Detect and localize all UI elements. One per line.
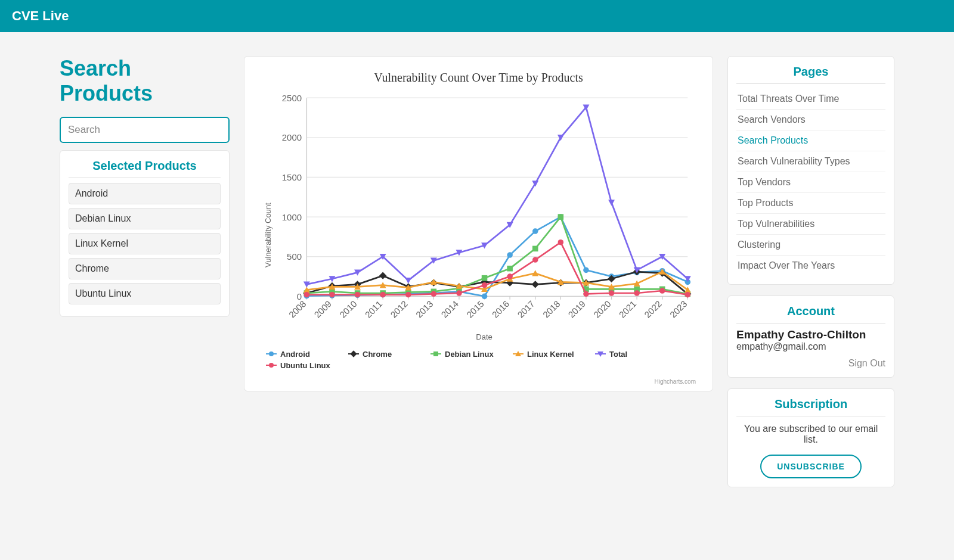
selected-product-item[interactable]: Debian Linux [69,208,221,229]
selected-product-item[interactable]: Android [69,183,221,204]
svg-text:2500: 2500 [282,93,302,103]
svg-point-129 [380,292,386,298]
legend-item[interactable]: Chrome [348,350,414,359]
svg-rect-71 [532,281,539,288]
svg-text:2021: 2021 [617,298,639,320]
svg-text:2014: 2014 [439,298,460,320]
account-name: Empathy Castro-Chilton [736,328,885,341]
svg-point-140 [659,288,665,294]
account-heading: Account [736,304,885,323]
brand[interactable]: CVE Live [12,8,69,23]
svg-text:2013: 2013 [414,298,435,320]
pages-item[interactable]: Total Threats Over Time [736,89,885,110]
chart-ylabel: Vulnerability Count [261,93,272,341]
chart-xlabel: Date [272,332,696,341]
svg-text:2023: 2023 [668,298,689,320]
svg-text:2010: 2010 [337,298,359,320]
pages-item[interactable]: Top Vulnerabilities [736,214,885,235]
left-column: Search Products Selected Products Androi… [60,56,230,317]
svg-text:2017: 2017 [515,298,537,320]
svg-text:2000: 2000 [282,132,302,142]
pages-item[interactable]: Top Products [736,193,885,214]
selected-products-card: Selected Products AndroidDebian LinuxLin… [60,150,230,317]
selected-product-item[interactable]: Linux Kernel [69,233,221,254]
page-title: Search Products [60,56,230,106]
selected-product-item[interactable]: Ubuntu Linux [69,283,221,304]
svg-text:2009: 2009 [312,298,333,320]
svg-point-139 [634,290,640,296]
svg-point-57 [583,267,589,273]
svg-text:2019: 2019 [566,298,587,320]
chart-credit: Highcharts.com [261,372,696,385]
chart-plot[interactable]: 0500100015002000250020082009201020112012… [272,93,696,341]
svg-text:1500: 1500 [282,172,302,182]
legend-item[interactable]: Total [595,350,661,359]
svg-point-134 [507,273,513,279]
svg-marker-114 [405,278,411,284]
legend-item[interactable]: Linux Kernel [513,350,578,359]
svg-point-126 [304,292,310,298]
signout-link[interactable]: Sign Out [736,358,885,369]
legend-item[interactable]: Android [266,350,332,359]
right-column: Pages Total Threats Over TimeSearch Vend… [727,56,894,487]
svg-rect-65 [379,272,386,279]
account-card: Account Empathy Castro-Chilton empathy@g… [727,295,894,378]
svg-point-137 [583,291,589,297]
svg-point-138 [609,290,615,296]
main-container: Search Products Selected Products Androi… [0,32,954,511]
legend-item[interactable]: Ubuntu Linux [266,361,332,370]
chart-card: Vulnerability Count Over Time by Product… [244,56,713,391]
svg-rect-86 [507,266,513,272]
svg-point-53 [482,294,488,300]
topbar: CVE Live [0,0,954,32]
svg-rect-87 [532,246,538,252]
svg-point-135 [532,257,538,263]
subscription-text: You are subscribed to our email list. [736,424,885,445]
pages-item[interactable]: Top Vendors [736,172,885,193]
middle-column: Vulnerability Count Over Time by Product… [244,56,713,391]
svg-point-55 [532,228,538,234]
subscription-heading: Subscription [736,397,885,416]
svg-marker-122 [608,200,615,206]
svg-point-132 [456,290,462,296]
chart-title: Vulnerability Count Over Time by Product… [261,71,696,85]
svg-point-130 [405,292,411,298]
pages-card: Pages Total Threats Over TimeSearch Vend… [727,56,894,285]
search-input[interactable] [60,117,230,143]
pages-item[interactable]: Search Vendors [736,110,885,130]
svg-point-128 [355,292,361,298]
pages-item[interactable]: Search Products [736,130,885,151]
svg-text:2020: 2020 [591,298,613,320]
svg-text:2022: 2022 [642,298,664,320]
legend-item[interactable]: Debian Linux [430,350,496,359]
selected-product-item[interactable]: Chrome [69,258,221,279]
svg-text:2016: 2016 [490,298,512,320]
svg-text:2015: 2015 [464,298,486,320]
svg-point-127 [329,292,335,298]
svg-rect-88 [558,214,564,220]
pages-item[interactable]: Search Vulnerability Types [736,151,885,172]
svg-point-54 [507,252,513,258]
svg-text:2011: 2011 [363,298,385,320]
svg-text:2018: 2018 [541,298,562,320]
svg-rect-85 [482,275,488,281]
svg-text:1000: 1000 [282,212,302,222]
subscription-card: Subscription You are subscribed to our e… [727,388,894,487]
pages-item[interactable]: Clustering [736,235,885,256]
pages-item[interactable]: Impact Over The Years [736,256,885,276]
svg-point-131 [431,291,437,297]
pages-heading: Pages [736,65,885,84]
svg-text:2012: 2012 [388,298,410,320]
svg-point-133 [482,282,488,288]
unsubscribe-button[interactable]: UNSUBSCRIBE [760,455,862,478]
svg-point-136 [558,239,564,245]
svg-text:2008: 2008 [287,298,308,320]
chart-legend: AndroidChromeDebian LinuxLinux KernelTot… [261,341,696,372]
svg-point-141 [685,292,691,298]
selected-products-heading: Selected Products [69,159,221,178]
account-email: empathy@gmail.com [736,341,885,352]
svg-text:500: 500 [287,251,302,262]
